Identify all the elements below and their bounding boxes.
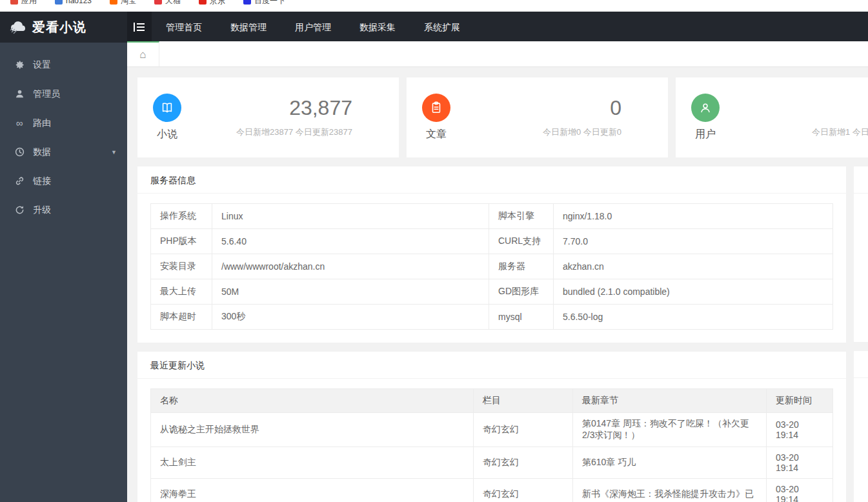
column-header-time: 更新时间 [767, 389, 833, 413]
book-icon [153, 94, 181, 122]
stat-subtitle: 今日新增1 今日更新1 [735, 126, 868, 138]
panel-title: 最近更新小说 [137, 352, 846, 379]
sidebar-item-data[interactable]: 数据 ▼ [0, 137, 127, 166]
panel-title [854, 166, 868, 194]
bookmark-item[interactable]: 京东 [199, 0, 225, 6]
nav-item-user-management[interactable]: 用户管理 [281, 12, 345, 43]
novel-time-cell: 03-20 19:14 [767, 479, 833, 502]
right-panel-top [854, 166, 868, 342]
bookmark-item[interactable]: 应用 [10, 0, 37, 6]
bookmark-item[interactable]: 淘宝 [110, 0, 136, 6]
sidebar-item-links[interactable]: 链接 [0, 166, 127, 196]
bookmark-item[interactable]: hao123 [55, 0, 92, 5]
bookmark-favicon [243, 0, 251, 5]
stat-label: 小说 [157, 128, 177, 141]
chevron-down-icon: ▼ [111, 149, 117, 156]
server-info-label: 脚本超时 [151, 305, 212, 330]
sidebar-item-settings[interactable]: 设置 [0, 50, 127, 79]
sidebar-item-label: 数据 [33, 146, 51, 158]
server-info-value: 50M [212, 279, 489, 305]
server-info-label: CURL支持 [489, 229, 554, 254]
bookmark-label: 应用 [21, 0, 37, 6]
app-logo: 爱看小说 [0, 12, 127, 43]
stat-value: 2 [735, 97, 868, 119]
sidebar-item-label: 管理员 [33, 88, 60, 100]
bookmark-favicon [154, 0, 162, 5]
stat-label: 文章 [426, 128, 447, 141]
table-row: 脚本超时 300秒 mysql 5.6.50-log [151, 305, 833, 330]
tabs-bar: ⌂ [127, 41, 868, 67]
home-icon: ⌂ [139, 48, 146, 61]
novel-category-cell: 奇幻玄幻 [474, 479, 573, 502]
server-info-value: 300秒 [212, 305, 489, 330]
server-info-label: GD图形库 [489, 279, 554, 305]
sidebar-item-label: 路由 [33, 117, 51, 129]
stat-label: 用户 [695, 128, 716, 141]
server-info-value: 5.6.40 [212, 229, 489, 254]
novel-name-cell: 太上剑主 [151, 447, 474, 479]
novel-chapter-cell: 第610章 巧儿 [573, 447, 767, 479]
table-row: 从诡秘之主开始拯救世界 奇幻玄幻 第0147章 周珏：狗改不了吃屎！（补欠更2/… [151, 413, 833, 447]
panel-title [854, 351, 868, 378]
column-header-name: 名称 [151, 389, 474, 413]
server-info-label: 操作系统 [151, 204, 212, 229]
bookmark-label: 淘宝 [121, 0, 136, 6]
server-info-value: 5.6.50-log [554, 305, 833, 330]
table-row: 最大上传 50M GD图形库 bundled (2.1.0 compatible… [151, 279, 833, 305]
server-info-label: PHP版本 [151, 229, 212, 254]
novel-time-cell: 03-20 19:14 [767, 413, 833, 447]
sidebar: 设置 管理员 ∞ 路由 数据 ▼ 链接 升级 [0, 43, 127, 502]
main-content: 小说 23,877 今日新增23877 今日更新23877 文章 0 今日新增0… [127, 67, 868, 502]
bookmark-item[interactable]: 天猫 [154, 0, 181, 6]
nav-item-system-extension[interactable]: 系统扩展 [410, 12, 474, 43]
server-info-value: nginx/1.18.0 [554, 204, 833, 229]
table-row: 太上剑主 奇幻玄幻 第610章 巧儿 03-20 19:14 [151, 447, 833, 479]
nav-item-data-collection[interactable]: 数据采集 [345, 12, 410, 43]
table-header-row: 名称 栏目 最新章节 更新时间 [151, 389, 833, 413]
stat-subtitle: 今日新增0 今日更新0 [466, 126, 621, 138]
nav-item-admin-home[interactable]: 管理首页 [152, 12, 216, 43]
table-row: PHP版本 5.6.40 CURL支持 7.70.0 [151, 229, 833, 254]
server-info-label: 安装目录 [151, 254, 212, 279]
stat-card-novels: 小说 23,877 今日新增23877 今日更新23877 [137, 77, 399, 157]
sidebar-toggle-button[interactable] [127, 12, 152, 43]
stat-card-users: 用户 2 今日新增1 今日更新1 [676, 77, 868, 157]
novel-chapter-cell: 新书《深海炮王：我杀怪能提升攻击力》已 [573, 479, 767, 502]
sidebar-item-admins[interactable]: 管理员 [0, 79, 127, 108]
novel-time-cell: 03-20 19:14 [767, 447, 833, 479]
server-info-label: 最大上传 [151, 279, 212, 305]
bookmark-label: 京东 [210, 0, 225, 6]
sidebar-item-routes[interactable]: ∞ 路由 [0, 108, 127, 137]
tab-home[interactable]: ⌂ [127, 41, 159, 66]
table-row: 操作系统 Linux 脚本引擎 nginx/1.18.0 [151, 204, 833, 229]
server-info-value: akzhan.cn [554, 254, 833, 279]
sidebar-item-upgrade[interactable]: 升级 [0, 196, 127, 225]
sidebar-item-label: 升级 [33, 205, 51, 216]
gear-icon [14, 60, 25, 70]
novel-name-cell: 深海拳王 [151, 479, 474, 502]
browser-bookmarks-bar: 应用 hao123 淘宝 天猫 京东 百度一下 [0, 0, 868, 12]
column-header-chapter: 最新章节 [573, 389, 767, 413]
sidebar-item-label: 设置 [33, 59, 51, 71]
novel-chapter-cell: 第0147章 周珏：狗改不了吃屎！（补欠更2/3求订阅！） [573, 413, 767, 447]
nav-item-data-management[interactable]: 数据管理 [216, 12, 281, 43]
top-navigation: 管理首页 数据管理 用户管理 数据采集 系统扩展 [152, 12, 474, 43]
right-column [854, 166, 868, 502]
stat-value: 23,877 [197, 97, 352, 119]
bookmark-favicon [55, 0, 63, 5]
bookmark-label: hao123 [66, 0, 92, 5]
server-info-label: mysql [489, 305, 554, 330]
bookmark-item[interactable]: 百度一下 [243, 0, 285, 6]
right-panel-bottom [854, 351, 868, 502]
sidebar-item-label: 链接 [33, 176, 51, 187]
app-title: 爱看小说 [32, 19, 86, 36]
clock-icon [14, 147, 25, 157]
hamburger-icon [134, 23, 145, 32]
novel-name-cell: 从诡秘之主开始拯救世界 [151, 413, 474, 447]
server-info-value: 7.70.0 [554, 229, 833, 254]
refresh-upgrade-icon [14, 205, 25, 216]
bookmark-favicon [10, 0, 18, 5]
app-header: 爱看小说 管理首页 数据管理 用户管理 数据采集 系统扩展 [0, 12, 868, 43]
link-icon [14, 176, 25, 186]
table-row: 安装目录 /www/wwwroot/akzhan.cn 服务器 akzhan.c… [151, 254, 833, 279]
